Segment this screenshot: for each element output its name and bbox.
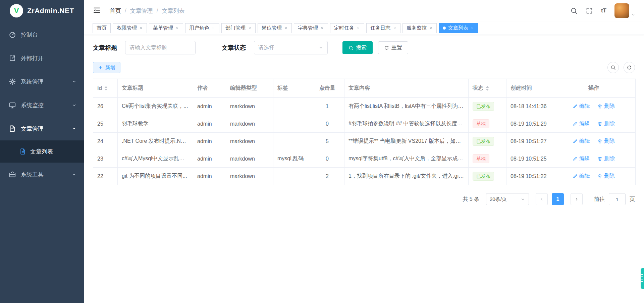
sidebar-item-external-open[interactable]: 外部打开 [0,46,84,70]
chevron-down-icon[interactable] [631,13,635,17]
tab-perm[interactable]: 权限管理 [113,23,147,33]
table-toolbar: 新增 [93,62,635,73]
refresh-table-button[interactable] [624,62,635,73]
tab-close-icon[interactable] [357,26,360,30]
pagination-next-button[interactable] [571,193,583,205]
tab-close-icon[interactable] [320,26,324,30]
column-header-id[interactable]: id [93,79,118,98]
article-status-select[interactable]: 请选择 [254,41,328,54]
tab-close-icon[interactable] [429,26,433,30]
column-label: id [97,85,102,91]
user-avatar[interactable] [614,3,629,18]
column-label: 作者 [197,85,208,91]
tab-close-icon[interactable] [248,26,252,30]
tab-dept[interactable]: 部门管理 [221,23,256,33]
article-title-input[interactable] [125,41,196,54]
tab-job[interactable]: 定时任务 [330,23,364,33]
tab-label: 首页 [97,25,107,31]
delete-article-link[interactable]: 删除 [597,120,615,127]
add-button-label: 新增 [105,64,115,71]
cell-created: 08-19 10:51:27 [506,133,552,150]
sidebar-toggle-button[interactable] [93,6,101,15]
page-size-select[interactable]: 20条/页 [486,193,529,205]
edit-article-link[interactable]: 编辑 [573,120,590,127]
cell-author: admin [193,133,226,150]
sidebar-item-system-admin[interactable]: 系统管理 [0,70,84,93]
tab-close-icon[interactable] [471,26,474,30]
right-edge-widget[interactable] [641,268,644,289]
delete-article-link[interactable]: 删除 [597,155,615,162]
tab-label: 文章列表 [448,25,468,31]
tab-menu[interactable]: 菜单管理 [149,23,183,33]
delete-article-link-label: 删除 [604,103,615,110]
edit-article-link-label: 编辑 [579,120,590,127]
sidebar-item-article-admin[interactable]: 文章管理 [0,117,84,140]
delete-icon [597,174,602,179]
sort-caret-icon[interactable] [104,86,108,91]
font-size-icon[interactable]: tT [601,7,606,14]
tab-article-list[interactable]: 文章列表 [439,23,478,33]
edit-icon [573,121,578,126]
pagination-total: 共 5 条 [463,196,479,203]
pagination-prev-button[interactable] [536,193,548,205]
tab-dict[interactable]: 字典管理 [294,23,328,33]
delete-article-link[interactable]: 删除 [597,103,615,110]
reset-button[interactable]: 重置 [378,41,408,54]
hamburger-fold-icon [93,6,101,14]
delete-article-link[interactable]: 删除 [597,173,615,180]
refresh-icon [384,45,389,50]
search-icon[interactable] [570,7,578,14]
edit-article-link[interactable]: 编辑 [573,138,590,145]
app-title: ZrAdmin.NET [27,7,74,15]
tab-user-role[interactable]: 用户角色 [185,23,219,33]
tab-close-icon[interactable] [284,26,288,30]
add-article-button[interactable]: 新增 [93,62,120,73]
tab-post[interactable]: 岗位管理 [258,23,292,33]
pagination-page-suffix: 页 [630,196,635,203]
tab-server-monitor[interactable]: 服务监控 [402,23,437,33]
sidebar-item-label: 文章管理 [21,125,44,133]
edit-article-link[interactable]: 编辑 [573,155,590,162]
app-logo[interactable]: V ZrAdmin.NET [0,0,84,21]
chevron-down-icon [319,45,323,50]
edit-article-link[interactable]: 编辑 [573,173,590,180]
column-label: 点击量 [319,85,335,91]
breadcrumb-item[interactable]: 首页 [110,7,121,15]
sidebar-item-system-monitor[interactable]: 系统监控 [0,93,84,117]
edit-icon [573,139,578,144]
toggle-search-button[interactable] [607,62,619,73]
tab-job-log[interactable]: 任务日志 [366,23,400,33]
articles-table: id文章标题作者编辑器类型标签点击量文章内容状态创建时间操作 26C#两个lis… [93,79,636,185]
sidebar-item-article-list[interactable]: 文章列表 [0,140,84,163]
sidebar-item-label: 控制台 [21,31,38,39]
search-button[interactable]: 搜索 [342,41,373,54]
pagination-goto-input[interactable] [609,193,626,205]
page-size-value: 20条/页 [490,196,507,203]
tab-close-icon[interactable] [175,26,179,30]
sidebar-item-system-tools[interactable]: 系统工具 [0,163,84,186]
tab-close-icon[interactable] [139,26,143,30]
tab-close-icon[interactable] [393,26,396,30]
sidebar-item-console[interactable]: 控制台 [0,23,84,46]
tab-home[interactable]: 首页 [93,23,111,33]
sidebar-item-label: 外部打开 [21,54,44,62]
article-status-label: 文章状态 [222,44,246,52]
table-row: 25羽毛球教学adminmarkdown0#羽毛球拍参数说明 ## 中管软硬选择… [93,115,636,133]
sort-caret-icon[interactable] [486,86,489,91]
breadcrumb: 首页/文章管理/文章列表 [110,7,184,15]
status-badge: 草稿 [473,154,489,163]
chevron-left-icon [539,197,544,202]
settings-icon [9,78,16,85]
cell-content: mysql字符集utf8，c#写入中文后，全部显示成? ... [344,150,469,168]
refresh-icon [627,65,632,70]
cell-status: 已发布 [469,98,506,115]
fullscreen-icon[interactable] [586,7,593,14]
tab-close-icon[interactable] [212,26,215,30]
cell-created: 08-19 10:51:29 [506,115,552,133]
column-header-status[interactable]: 状态 [469,79,506,98]
cell-actions: 编辑删除 [552,115,636,133]
pagination-page-1[interactable]: 1 [552,193,564,205]
edit-article-link[interactable]: 编辑 [573,103,590,110]
delete-article-link[interactable]: 删除 [597,138,615,145]
column-label: 创建时间 [511,85,532,91]
